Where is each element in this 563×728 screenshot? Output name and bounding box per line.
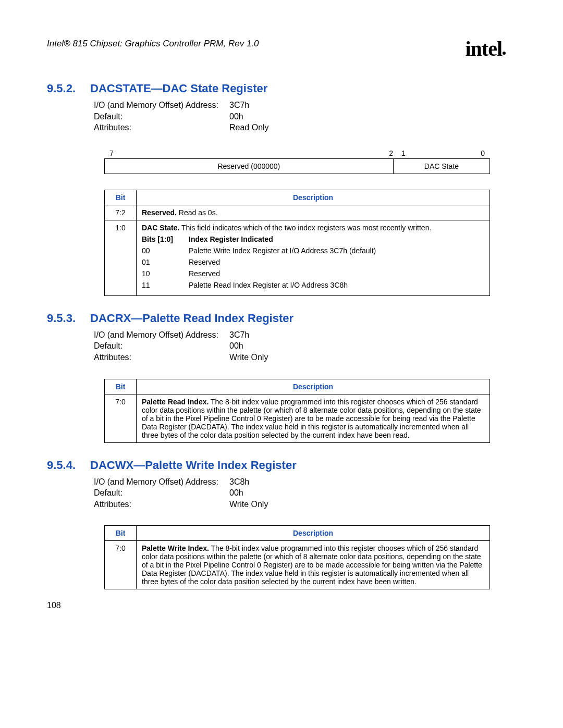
meta-label: Default:: [94, 487, 229, 499]
meta-value: 00h: [229, 111, 243, 122]
bitfield-diagram-952: 7 2 1 0 Reserved (000000) DAC State: [104, 149, 490, 174]
section-number: 9.5.2.: [47, 82, 76, 95]
table-row: 7:2 Reserved. Read as 0s.: [105, 205, 490, 220]
th-description: Description: [137, 526, 490, 541]
doc-title: Intel® 815 Chipset: Graphics Controller …: [47, 39, 259, 49]
document-page: Intel® 815 Chipset: Graphics Controller …: [0, 0, 563, 631]
section-number: 9.5.4.: [47, 459, 76, 472]
bit-label-0: 0: [474, 149, 488, 157]
bit-label-1: 1: [397, 149, 443, 157]
sub-row: 00Palette Write Index Register at I/O Ad…: [142, 246, 484, 255]
bit-description: DAC State. This field indicates which of…: [137, 220, 490, 295]
bit-range: 1:0: [105, 220, 137, 295]
meta-label: Attributes:: [94, 122, 229, 133]
meta-label: Attributes:: [94, 352, 229, 363]
table-row: 7:0 Palette Read Index. The 8-bit index …: [105, 394, 490, 442]
meta-value: 3C8h: [229, 476, 249, 488]
meta-label: Default:: [94, 340, 229, 352]
section-heading-954: 9.5.4. DACWX—Palette Write Index Registe…: [47, 459, 506, 472]
section-number: 9.5.3.: [47, 312, 76, 325]
sub-row: 01Reserved: [142, 258, 484, 266]
meta-value: Write Only: [229, 499, 268, 510]
section-heading-953: 9.5.3. DACRX—Palette Read Index Register: [47, 312, 506, 325]
section-heading-952: 9.5.2. DACSTATE—DAC State Register: [47, 82, 506, 95]
sub-row: 10Reserved: [142, 269, 484, 278]
th-description: Description: [137, 190, 490, 205]
sub-header: Bits [1:0] Index Register Indicated: [142, 235, 484, 243]
bit-range: 7:2: [105, 205, 137, 220]
description-table-952: Bit Description 7:2 Reserved. Read as 0s…: [104, 190, 490, 296]
meta-label: I/O (and Memory Offset) Address:: [94, 476, 229, 488]
bit-range: 7:0: [105, 394, 137, 442]
bitfield-reserved: Reserved (000000): [105, 159, 394, 174]
bit-description: Reserved. Read as 0s.: [137, 205, 490, 220]
page-header: Intel® 815 Chipset: Graphics Controller …: [47, 31, 506, 56]
meta-value: 00h: [229, 340, 243, 352]
meta-value: 3C7h: [229, 100, 249, 111]
sub-row: 11Palette Read Index Register at I/O Add…: [142, 281, 484, 289]
th-bit: Bit: [105, 379, 137, 394]
table-row: 7:0 Palette Write Index. The 8-bit index…: [105, 541, 490, 589]
table-row: 1:0 DAC State. This field indicates whic…: [105, 220, 490, 295]
bit-label-7: 7: [106, 149, 115, 157]
bit-range: 7:0: [105, 541, 137, 589]
th-bit: Bit: [105, 526, 137, 541]
section-title: DACRX—Palette Read Index Register: [90, 312, 293, 325]
meta-label: Default:: [94, 111, 229, 122]
page-number: 108: [47, 601, 61, 610]
meta-value: Read Only: [229, 122, 269, 133]
meta-label: I/O (and Memory Offset) Address:: [94, 329, 229, 341]
th-bit: Bit: [105, 190, 137, 205]
section-title: DACSTATE—DAC State Register: [90, 82, 267, 95]
meta-block-952: I/O (and Memory Offset) Address:3C7h Def…: [94, 100, 506, 133]
bit-label-2: 2: [383, 149, 397, 157]
intel-logo: intel: [465, 36, 506, 61]
bitfield-dac-state: DAC State: [394, 159, 489, 174]
meta-block-953: I/O (and Memory Offset) Address:3C7h Def…: [94, 329, 506, 363]
description-table-953: Bit Description 7:0 Palette Read Index. …: [104, 379, 490, 443]
bit-description: Palette Write Index. The 8-bit index val…: [137, 541, 490, 589]
meta-label: I/O (and Memory Offset) Address:: [94, 100, 229, 111]
th-description: Description: [137, 379, 490, 394]
bit-description: Palette Read Index. The 8-bit index valu…: [137, 394, 490, 442]
meta-value: 3C7h: [229, 329, 249, 341]
section-title: DACWX—Palette Write Index Register: [90, 459, 297, 472]
meta-value: 00h: [229, 487, 243, 499]
description-table-954: Bit Description 7:0 Palette Write Index.…: [104, 525, 490, 589]
meta-block-954: I/O (and Memory Offset) Address:3C8h Def…: [94, 476, 506, 510]
meta-label: Attributes:: [94, 499, 229, 510]
meta-value: Write Only: [229, 352, 268, 363]
